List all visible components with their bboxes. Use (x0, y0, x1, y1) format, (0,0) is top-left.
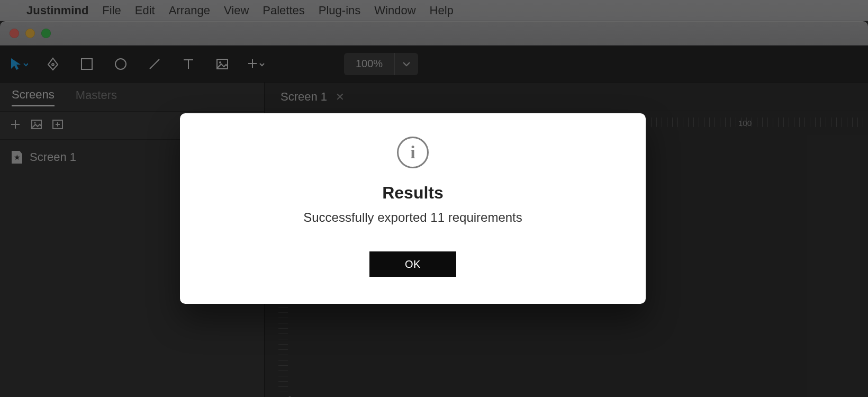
ok-button[interactable]: OK (369, 251, 456, 277)
results-dialog: i Results Successfully exported 11 requi… (180, 113, 646, 304)
dialog-message: Successfully exported 11 requirements (303, 210, 522, 225)
dialog-title: Results (382, 183, 444, 203)
info-icon: i (397, 137, 429, 168)
